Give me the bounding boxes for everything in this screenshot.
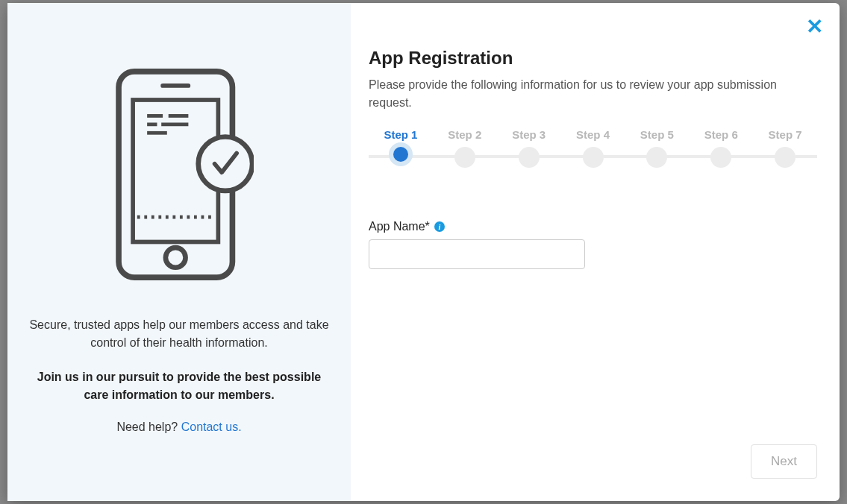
step-dot-icon	[775, 147, 796, 168]
stepper: Step 1 Step 2 Step 3 Step 4 Step 5 Step …	[369, 128, 817, 168]
app-name-label-text: App Name*	[369, 220, 430, 233]
need-help-text: Need help? Contact us.	[116, 420, 241, 434]
close-icon: ✕	[806, 15, 823, 38]
svg-point-19	[166, 248, 186, 268]
left-panel: Secure, trusted apps help our members ac…	[7, 3, 351, 501]
step-6[interactable]: Step 6	[689, 128, 753, 168]
step-4[interactable]: Step 4	[561, 128, 625, 168]
step-label: Step 6	[689, 128, 753, 141]
step-label: Step 7	[753, 128, 817, 141]
step-dot-icon	[710, 147, 731, 168]
contact-us-link[interactable]: Contact us.	[181, 420, 242, 433]
modal-title: App Registration	[369, 48, 817, 69]
info-icon[interactable]: i	[434, 221, 445, 232]
step-2[interactable]: Step 2	[433, 128, 497, 168]
modal-description: Please provide the following information…	[369, 76, 817, 112]
next-button[interactable]: Next	[751, 444, 817, 479]
app-registration-modal: Secure, trusted apps help our members ac…	[7, 3, 840, 501]
step-3[interactable]: Step 3	[497, 128, 561, 168]
svg-rect-3	[147, 114, 163, 118]
phone-illustration	[104, 63, 254, 286]
step-dot-icon	[583, 147, 604, 168]
svg-rect-6	[161, 122, 188, 126]
step-7[interactable]: Step 7	[753, 128, 817, 168]
step-label: Step 5	[625, 128, 689, 141]
tagline-text: Secure, trusted apps help our members ac…	[25, 316, 333, 352]
step-5[interactable]: Step 5	[625, 128, 689, 168]
step-dot-icon	[454, 147, 475, 168]
help-prefix: Need help?	[116, 420, 181, 433]
close-button[interactable]: ✕	[806, 16, 823, 37]
app-name-input[interactable]	[369, 239, 585, 269]
right-panel: ✕ App Registration Please provide the fo…	[351, 3, 840, 501]
app-name-label: App Name* i	[369, 220, 817, 233]
step-dot-icon	[393, 147, 408, 162]
step-dot-icon	[519, 147, 540, 168]
step-1[interactable]: Step 1	[369, 128, 433, 168]
svg-point-20	[199, 137, 252, 191]
step-label: Step 3	[497, 128, 561, 141]
step-dot-icon	[646, 147, 667, 168]
step-label: Step 4	[561, 128, 625, 141]
svg-rect-7	[147, 131, 167, 135]
pursuit-text: Join us in our pursuit to provide the be…	[25, 368, 333, 404]
svg-rect-4	[169, 114, 189, 118]
svg-rect-5	[147, 122, 157, 126]
step-label: Step 1	[369, 128, 433, 141]
step-label: Step 2	[433, 128, 497, 141]
